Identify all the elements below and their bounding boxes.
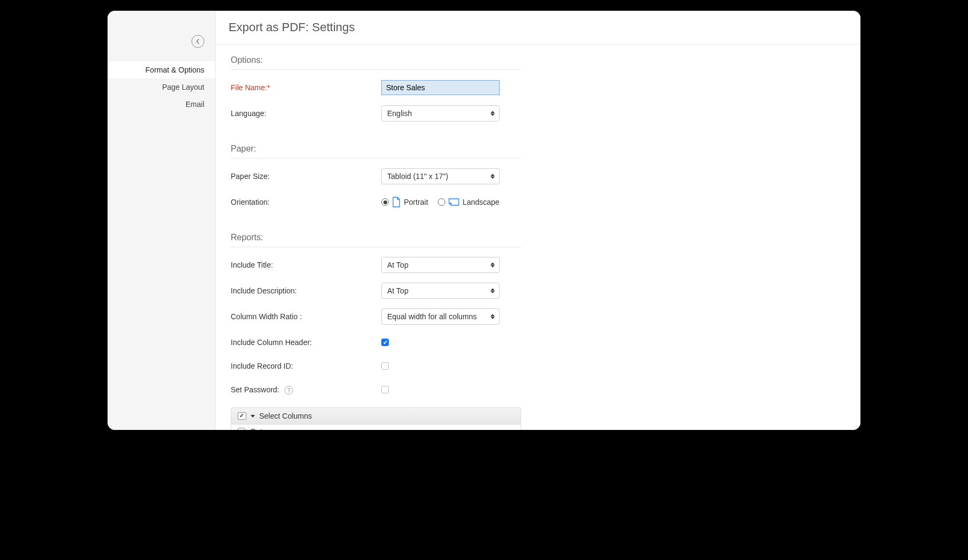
back-button[interactable] (191, 35, 204, 48)
language-select-value: English (387, 109, 412, 118)
main-body: Options: File Name:* Language: English P… (216, 45, 860, 430)
page-title: Export as PDF: Settings (229, 20, 848, 34)
orientation-label: Orientation: (231, 198, 381, 206)
include-column-header-checkbox[interactable] (381, 339, 389, 346)
include-title-value: At Top (387, 261, 408, 269)
column-width-label: Column Width Ratio : (231, 312, 381, 321)
export-pdf-dialog: Format & Options Page Layout Email Expor… (108, 11, 860, 430)
portrait-page-icon (392, 197, 401, 207)
select-caret-icon (490, 314, 495, 319)
select-caret-icon (490, 263, 495, 268)
column-item-date[interactable]: Date (231, 425, 521, 430)
include-column-header-label: Include Column Header: (231, 338, 381, 347)
row-include-record-id: Include Record ID: (231, 358, 845, 374)
row-orientation: Orientation: Portrait (231, 194, 845, 210)
portrait-label: Portrait (404, 198, 428, 206)
select-columns-heading: Select Columns (259, 412, 312, 420)
include-description-label: Include Description: (231, 286, 381, 295)
column-label: Date (251, 427, 267, 430)
main-header: Export as PDF: Settings (216, 11, 860, 45)
row-include-column-header: Include Column Header: (231, 334, 845, 350)
select-caret-icon (490, 174, 495, 179)
include-record-id-checkbox[interactable] (381, 362, 389, 370)
main-panel: Export as PDF: Settings Options: File Na… (215, 11, 860, 430)
sidebar-item-page-layout[interactable]: Page Layout (108, 78, 215, 96)
row-paper-size: Paper Size: Tabloid (11" x 17") (231, 168, 845, 184)
row-set-password: Set Password: ? (231, 382, 845, 398)
row-file-name: File Name:* (231, 80, 845, 96)
include-title-select[interactable]: At Top (381, 257, 500, 273)
radio-icon (438, 198, 445, 206)
select-caret-icon (490, 111, 495, 116)
paper-size-label: Paper Size: (231, 172, 381, 181)
help-icon[interactable]: ? (284, 386, 293, 394)
row-column-width: Column Width Ratio : Equal width for all… (231, 308, 845, 325)
column-checkbox[interactable] (238, 428, 245, 430)
sidebar-item-format-options[interactable]: Format & Options (108, 61, 215, 78)
language-select[interactable]: English (381, 105, 500, 121)
orientation-portrait-option[interactable]: Portrait (381, 197, 428, 207)
sidebar-item-email[interactable]: Email (108, 96, 215, 113)
row-include-description: Include Description: At Top (231, 283, 845, 299)
include-record-id-label: Include Record ID: (231, 362, 381, 370)
include-title-label: Include Title: (231, 261, 381, 269)
section-heading-paper: Paper: (231, 144, 521, 159)
include-description-value: At Top (387, 286, 408, 295)
column-width-select[interactable]: Equal width for all columns (381, 308, 500, 325)
chevron-down-icon[interactable] (251, 415, 255, 418)
row-language: Language: English (231, 105, 845, 121)
section-heading-reports: Reports: (231, 233, 521, 247)
select-caret-icon (490, 289, 495, 293)
include-description-select[interactable]: At Top (381, 283, 500, 299)
landscape-label: Landscape (462, 198, 500, 206)
language-label: Language: (231, 109, 381, 118)
paper-size-value: Tabloid (11" x 17") (387, 172, 448, 181)
set-password-checkbox[interactable] (381, 386, 389, 393)
select-columns-header: Select Columns (231, 408, 521, 425)
select-columns-box: Select Columns Date Region (231, 407, 521, 430)
file-name-input[interactable] (381, 80, 500, 95)
column-width-value: Equal width for all columns (387, 312, 477, 321)
section-heading-options: Options: (231, 55, 521, 70)
file-name-label: File Name:* (231, 83, 381, 92)
orientation-radio-group: Portrait Landscape (381, 197, 500, 207)
paper-size-select[interactable]: Tabloid (11" x 17") (381, 168, 500, 184)
set-password-label: Set Password: ? (231, 385, 381, 394)
orientation-landscape-option[interactable]: Landscape (438, 198, 500, 206)
chevron-left-icon (195, 39, 201, 44)
radio-icon (381, 198, 389, 206)
landscape-page-icon (449, 198, 459, 206)
sidebar: Format & Options Page Layout Email (108, 11, 215, 430)
row-include-title: Include Title: At Top (231, 257, 845, 273)
select-all-columns-checkbox[interactable] (238, 412, 246, 420)
